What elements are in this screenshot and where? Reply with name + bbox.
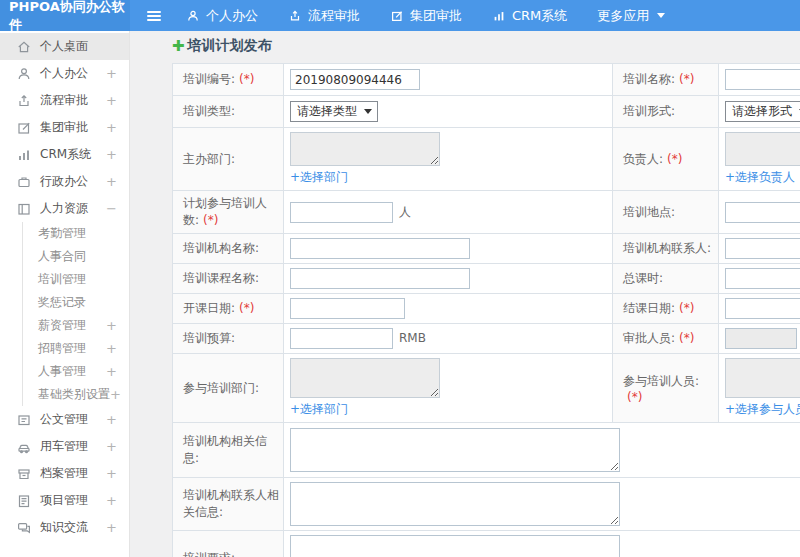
- required-mark: (*): [203, 213, 218, 227]
- top-bar: PHPOA协同办公软件 个人办公 流程审批 集团审批 CRM系统 更多应用: [0, 0, 800, 31]
- approver-input[interactable]: [725, 328, 797, 349]
- sidebar-subitem-base-category[interactable]: 基础类别设置 +: [23, 383, 129, 406]
- notebook-icon: [16, 493, 32, 509]
- required-mark: (*): [239, 301, 254, 315]
- location-input[interactable]: [725, 202, 800, 223]
- bar-chart-icon: [492, 9, 506, 23]
- top-navigation: 个人办公 流程审批 集团审批 CRM系统 更多应用: [186, 0, 665, 31]
- caret-down-icon: [364, 109, 372, 114]
- org-contact-info-textarea[interactable]: [290, 482, 620, 526]
- sidebar-item-workflow-approval[interactable]: 流程审批 +: [0, 87, 129, 114]
- chat-icon: [16, 520, 32, 536]
- participants-label: 参与培训人员:: [623, 374, 699, 388]
- sidebar-subitem-hr-contract[interactable]: 人事合同: [23, 245, 129, 268]
- org-contact-info-label: 培训机构联系人相关信息:: [183, 488, 279, 519]
- sidebar-subitem-training-management[interactable]: 培训管理: [23, 268, 129, 291]
- sidebar-hr-submenu: 考勤管理 人事合同 培训管理 奖惩记录 薪资管理 +: [22, 222, 129, 406]
- org-info-textarea[interactable]: [290, 428, 620, 472]
- required-mark: (*): [679, 72, 694, 86]
- total-hours-label: 总课时:: [623, 271, 663, 285]
- sidebar-item-admin-office[interactable]: 行政办公 +: [0, 168, 129, 195]
- start-date-input[interactable]: [290, 298, 405, 319]
- book-icon: [16, 201, 32, 217]
- training-number-label: 培训编号:: [183, 72, 235, 86]
- edit-icon: [16, 120, 32, 136]
- sidebar-item-group-approval[interactable]: 集团审批 +: [0, 114, 129, 141]
- sidebar: 个人桌面 个人办公 + 流程审批 + 集团审批 + CRM系统 +: [0, 31, 130, 557]
- approver-label: 审批人员:: [623, 331, 675, 345]
- training-name-input[interactable]: [725, 69, 800, 90]
- end-date-label: 结课日期:: [623, 301, 675, 315]
- org-contact-input[interactable]: [725, 238, 800, 259]
- sidebar-item-vehicle-management[interactable]: 用车管理 +: [0, 433, 129, 460]
- sidebar-subitem-salary-management[interactable]: 薪资管理 +: [23, 314, 129, 337]
- upload-icon: [288, 9, 302, 23]
- app-logo: PHPOA协同办公软件: [0, 0, 130, 31]
- requirements-textarea[interactable]: [290, 535, 620, 557]
- person-icon: [16, 66, 32, 82]
- required-mark: (*): [679, 331, 694, 345]
- select-leader-link[interactable]: +选择负责人: [725, 169, 795, 186]
- planned-participants-label: 计划参与培训人数:: [183, 196, 267, 227]
- nav-group-approval[interactable]: 集团审批: [390, 7, 462, 25]
- budget-input[interactable]: [290, 328, 393, 349]
- sidebar-subitem-attendance[interactable]: 考勤管理: [23, 222, 129, 245]
- page-title: ✚ 培训计划发布: [172, 37, 800, 55]
- leader-textarea[interactable]: [725, 132, 800, 166]
- planned-participants-input[interactable]: [290, 202, 393, 223]
- sidebar-item-project-management[interactable]: 项目管理 +: [0, 487, 129, 514]
- briefcase-icon: [16, 174, 32, 190]
- participants-textarea[interactable]: [725, 358, 800, 398]
- select-department-link[interactable]: +选择部门: [290, 169, 348, 186]
- participating-departments-textarea[interactable]: [290, 358, 440, 398]
- sidebar-item-personal-desktop[interactable]: 个人桌面: [0, 33, 129, 60]
- course-name-input[interactable]: [290, 268, 470, 289]
- training-type-label: 培训类型:: [183, 104, 235, 118]
- home-icon: [16, 39, 32, 55]
- training-number-input[interactable]: [290, 69, 420, 90]
- location-label: 培训地点:: [623, 205, 675, 219]
- document-icon: [16, 412, 32, 428]
- required-mark: (*): [679, 301, 694, 315]
- host-department-textarea[interactable]: [290, 132, 440, 166]
- sidebar-item-official-docs[interactable]: 公文管理 +: [0, 406, 129, 433]
- sidebar-item-human-resources[interactable]: 人力资源 −: [0, 195, 129, 222]
- select-department-link[interactable]: +选择部门: [290, 401, 348, 418]
- total-hours-input[interactable]: [725, 268, 800, 289]
- nav-workflow-approval[interactable]: 流程审批: [288, 7, 360, 25]
- org-info-label: 培训机构相关信息:: [183, 434, 267, 465]
- required-mark: (*): [239, 72, 254, 86]
- course-name-label: 培训课程名称:: [183, 271, 259, 285]
- participants-unit: 人: [399, 205, 411, 219]
- sidebar-item-personal-office[interactable]: 个人办公 +: [0, 60, 129, 87]
- sidebar-subitem-reward-punishment[interactable]: 奖惩记录: [23, 291, 129, 314]
- participating-departments-label: 参与培训部门:: [183, 381, 259, 395]
- training-format-select[interactable]: 请选择形式: [725, 101, 800, 122]
- sidebar-subitem-personnel[interactable]: 人事管理 +: [23, 360, 129, 383]
- nav-crm-system[interactable]: CRM系统: [492, 7, 567, 25]
- org-contact-label: 培训机构联系人:: [623, 241, 711, 255]
- org-name-label: 培训机构名称:: [183, 241, 259, 255]
- person-icon: [186, 9, 200, 23]
- sidebar-item-knowledge-exchange[interactable]: 知识交流 +: [0, 514, 129, 541]
- org-name-input[interactable]: [290, 238, 470, 259]
- requirements-label: 培训要求:: [183, 551, 235, 557]
- select-participants-link[interactable]: +选择参与人员: [725, 401, 800, 418]
- host-department-label: 主办部门:: [183, 152, 235, 166]
- car-icon: [16, 439, 32, 455]
- nav-more-apps[interactable]: 更多应用: [597, 7, 665, 25]
- training-type-select[interactable]: 请选择类型: [290, 101, 378, 122]
- edit-icon: [390, 9, 404, 23]
- caret-down-icon: [657, 13, 665, 18]
- main-content: ✚ 培训计划发布 培训编号:(*) 培训名称:(*) 培训类型:: [130, 31, 800, 557]
- sidebar-item-crm-system[interactable]: CRM系统 +: [0, 141, 129, 168]
- sidebar-subitem-recruitment[interactable]: 招聘管理 +: [23, 337, 129, 360]
- training-name-label: 培训名称:: [623, 72, 675, 86]
- nav-personal-office[interactable]: 个人办公: [186, 7, 258, 25]
- end-date-input[interactable]: [725, 298, 800, 319]
- archive-icon: [16, 466, 32, 482]
- budget-unit: RMB: [399, 331, 426, 345]
- leader-label: 负责人:: [623, 152, 663, 166]
- menu-toggle-icon[interactable]: [130, 0, 178, 31]
- sidebar-item-archive-management[interactable]: 档案管理 +: [0, 460, 129, 487]
